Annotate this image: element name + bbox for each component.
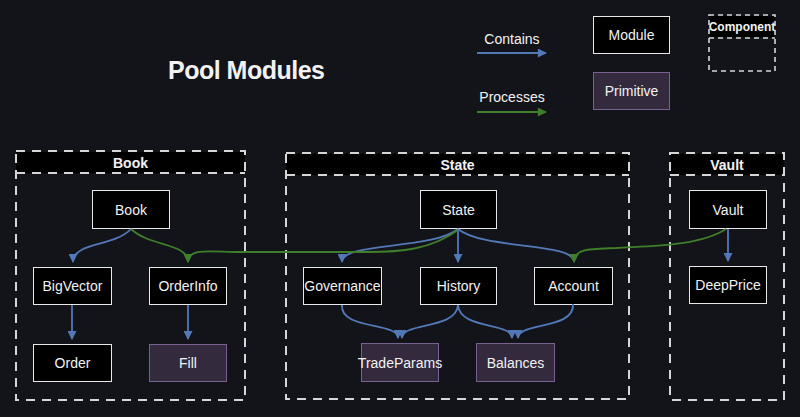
- edge-vault-account-processes: [574, 229, 726, 262]
- node-orderinfo: OrderInfo: [149, 267, 227, 305]
- node-order: Order: [33, 344, 112, 382]
- edge-book-bigvector-contains: [73, 229, 131, 262]
- node-bigvector: BigVector: [33, 267, 112, 305]
- node-vault: Vault: [689, 190, 767, 229]
- diagram-canvas: Pool Modules Contains Processes Module P…: [0, 0, 800, 417]
- node-balances: Balances: [476, 343, 555, 382]
- legend-primitive-box: Primitive: [593, 72, 670, 110]
- node-account: Account: [534, 267, 613, 305]
- node-fill: Fill: [149, 344, 227, 382]
- node-governance: Governance: [303, 267, 382, 305]
- node-book: Book: [92, 190, 170, 229]
- node-deepprice: DeepPrice: [689, 266, 767, 304]
- edge-history-tradeparams-contains: [402, 305, 458, 338]
- legend-module-box: Module: [593, 16, 670, 54]
- edge-state-orderinfo-processes: [188, 230, 458, 262]
- edge-history-balances-contains: [458, 305, 512, 338]
- edge-book-orderinfo-processes: [131, 229, 188, 262]
- legend-component-label: Component: [709, 20, 776, 34]
- legend-component-box: Component: [709, 16, 775, 37]
- edge-governance-tradeparams-contains: [342, 305, 398, 338]
- page-title: Pool Modules: [168, 56, 328, 85]
- edge-state-governance-contains: [342, 229, 458, 262]
- legend-contains-label: Contains: [477, 31, 547, 47]
- edge-state-account-contains: [458, 229, 574, 262]
- legend-primitive-label: Primitive: [605, 83, 659, 99]
- legend-processes-label: Processes: [471, 89, 553, 105]
- node-tradeparams: TradeParams: [361, 343, 439, 382]
- node-state: State: [420, 190, 497, 229]
- node-history: History: [420, 267, 497, 305]
- container-vault-title: Vault: [670, 154, 784, 175]
- container-book-title: Book: [16, 152, 245, 173]
- legend-module-label: Module: [609, 27, 655, 43]
- edge-account-balances-contains: [518, 304, 573, 338]
- container-state-title: State: [286, 154, 629, 175]
